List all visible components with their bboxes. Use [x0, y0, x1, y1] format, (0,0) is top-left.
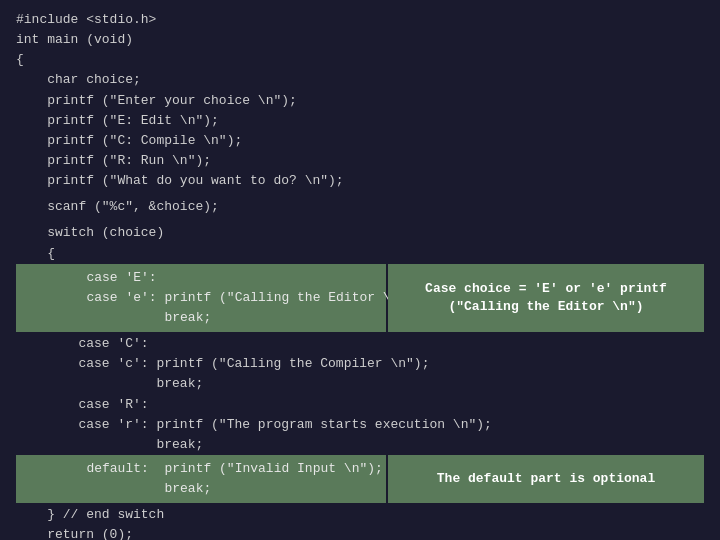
code-line-3: { [16, 50, 704, 70]
code-line-4: char choice; [16, 70, 704, 90]
code-line-2: int main (void) [16, 30, 704, 50]
main-container: #include <stdio.h> int main (void) { cha… [0, 0, 720, 540]
code-case-r3: break; [16, 435, 704, 455]
code-case-c3: break; [16, 374, 704, 394]
code-line-11: scanf ("%c", &choice); [16, 197, 704, 217]
code-line-5: printf ("Enter your choice \n"); [16, 91, 704, 111]
code-line-1: #include <stdio.h> [16, 10, 704, 30]
case-e-code-block: case 'E': case 'e': printf ("Calling the… [16, 264, 386, 332]
code-case-r2: case 'r': printf ("The program starts ex… [16, 415, 704, 435]
default-tooltip: The default part is optional [388, 455, 704, 503]
code-area: #include <stdio.h> int main (void) { cha… [0, 0, 720, 540]
default-highlight-row: default: printf ("Invalid Input \n"); br… [16, 455, 704, 503]
code-end-switch: } // end switch [16, 505, 704, 525]
code-line-7: printf ("C: Compile \n"); [16, 131, 704, 151]
code-line-14: { [16, 244, 704, 264]
code-case-c2: case 'c': printf ("Calling the Compiler … [16, 354, 704, 374]
code-line-6: printf ("E: Edit \n"); [16, 111, 704, 131]
code-line-8: printf ("R: Run \n"); [16, 151, 704, 171]
case-e-tooltip: Case choice = 'E' or 'e' printf("Calling… [388, 264, 704, 332]
case-e-highlight-row: case 'E': case 'e': printf ("Calling the… [16, 264, 704, 332]
default-code-block: default: printf ("Invalid Input \n"); br… [16, 455, 386, 503]
code-line-9: printf ("What do you want to do? \n"); [16, 171, 704, 191]
code-line-13: switch (choice) [16, 223, 704, 243]
code-case-c: case 'C': [16, 334, 704, 354]
code-return: return (0); [16, 525, 704, 540]
code-case-r: case 'R': [16, 395, 704, 415]
